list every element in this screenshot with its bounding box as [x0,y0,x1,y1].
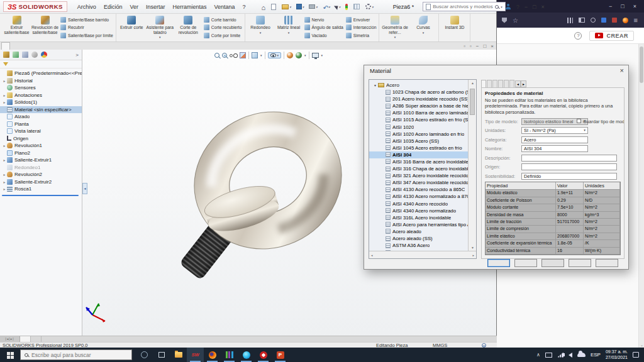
material-list-item[interactable]: AISI 4340 Acero recocido [369,200,468,207]
ribbon-button[interactable]: Asistente para taladro▾ [146,14,174,41]
description-input[interactable] [521,155,617,162]
tree-horizontal-scrollbar[interactable]: ◂ ▸ [369,251,476,258]
material-list-item[interactable]: 201 Acero inoxidable recocido (SS) [369,96,468,102]
ribbon-button-small[interactable]: Recubrir [60,25,113,30]
ribbon-button-small[interactable]: Ángulo de salida [304,25,343,30]
material-list-item[interactable]: A286 Súper aleación a base de hierr [369,102,468,109]
displaymanager-tab-icon[interactable] [41,52,47,58]
menu-item[interactable]: Edición [100,2,126,12]
dialog-tab[interactable] [509,80,514,87]
maximize-button[interactable]: □ [533,4,536,10]
ribbon-button[interactable]: Instant 3D [440,14,469,41]
options-icon[interactable] [343,3,350,11]
help-icon[interactable]: ? [574,32,582,40]
ribbon-tab[interactable] [28,42,36,50]
material-list-item[interactable]: AISI 316 Barra de acero inoxidable r [369,158,468,165]
apply-scene-icon[interactable] [296,52,302,58]
ribbon-tab[interactable] [10,42,19,50]
ribbon-button-small[interactable]: Simetría [346,33,377,38]
panel-splitter-arrow[interactable]: ◂ [82,183,87,194]
ribbon-button[interactable]: Extruir saliente/base [3,14,31,41]
menu-item[interactable]: Archivo [74,2,100,12]
scroll-up-icon[interactable]: ▲ [469,81,477,85]
scroll-down-icon[interactable]: ▼ [469,246,477,250]
help-menu[interactable]: ? [516,4,519,10]
firefox-badge-icon[interactable] [623,18,628,23]
doc-restore-button[interactable]: □ [483,43,486,49]
material-list-item[interactable]: ASTM A36 Acero [369,242,468,249]
task-view-button[interactable] [153,348,170,362]
tree-vertical-scrollbar[interactable]: ▲ ▼ [468,80,476,251]
material-list-item[interactable]: Acero aleado [369,228,468,235]
hamburger-menu-icon[interactable]: ≡ [634,16,638,24]
clock[interactable]: 09:37 a. m. 27/03/2021 [606,349,628,361]
ribbon-button-small[interactable]: Envolver [346,17,377,23]
dialog-close-button[interactable]: × [620,67,624,74]
table-row[interactable]: Coeficiente de expansión térmica 1.8e-05… [486,240,620,247]
tree-item-revolucion1[interactable]: ▸ Revolución1 [0,142,82,150]
table-row[interactable]: Módulo elástico 1.9e+11 N/m^2 [486,190,620,197]
print-icon[interactable]: ▾ [307,3,319,10]
ribbon-button-small[interactable]: Corte barrido [204,17,242,23]
table-row[interactable]: Límite de compresión N/m^2 [486,226,620,233]
section-view-icon[interactable] [240,52,246,58]
ribbon-tab[interactable] [1,42,10,50]
taskbar-search[interactable] [20,349,132,360]
undo-icon[interactable]: ▾ [321,0,332,14]
doc-close-button[interactable]: × [491,43,494,49]
expand-arrow-icon[interactable]: ▸ [2,180,7,184]
units-dropdown[interactable]: SI - N/m^2 (Pa)▾ [521,127,588,134]
account-icon[interactable] [591,18,596,23]
tree-item-anotaciones[interactable]: ▸ Anotaciones [0,92,82,99]
select-icon[interactable]: ▾ [333,3,343,11]
display-tray-icon[interactable] [545,353,552,358]
material-list-item[interactable]: AISI 4130 Acero recocido a 865C [369,186,468,193]
tray-chevron-icon[interactable]: ∧ [536,352,540,358]
category-input[interactable]: Acero [521,136,588,143]
menu-item[interactable]: Ventana [210,2,238,12]
tab-scroll-left-icon[interactable]: ◂ [515,80,521,87]
dialog-tab[interactable] [481,80,486,87]
ribbon-button-small[interactable]: Saliente/Base por límite [60,33,113,38]
sustainability-input[interactable]: Definido [521,173,617,180]
search-caret-icon[interactable]: ▾ [501,5,502,9]
expand-arrow-icon[interactable]: ▸ [2,158,7,162]
globe-icon[interactable] [482,343,486,348]
library-icon[interactable] [567,18,573,23]
cerrar-button[interactable] [514,259,537,267]
material-list-item[interactable]: AISI 304 [369,151,468,158]
scroll-down-arrow[interactable]: ⌄ [639,343,644,347]
tree-item-saliente-extruir2[interactable]: ▸ Saliente-Extruir2 [0,178,82,186]
ribbon-button-small[interactable]: Saliente/Base barrido [60,17,113,23]
guardar-button[interactable] [541,259,564,267]
scroll-right-icon[interactable]: ▸ [472,253,474,257]
user-account-icon[interactable] [506,4,511,9]
browser-minimize-button[interactable]: − [609,3,612,9]
doc-pane-icon[interactable]: ▫ [464,43,465,49]
material-list-item[interactable]: AISI 347 Acero inoxidable recocido ( [369,179,468,186]
new-document-icon[interactable] [269,3,279,11]
view-settings-icon[interactable] [312,53,319,58]
start-button[interactable] [0,348,20,362]
previous-view-icon[interactable] [230,54,233,57]
material-category[interactable]: ▾ Acero [369,81,468,89]
close-button[interactable]: × [541,4,544,10]
material-list-item[interactable]: AISI 321 Acero inoxidable recocido ( [369,172,468,179]
doc-pane2-icon[interactable]: ▫ [470,43,472,49]
recorder-taskbar-button[interactable] [255,348,272,362]
ribbon-button-small[interactable]: Nervio [304,17,343,23]
volume-tray-icon[interactable] [569,353,572,358]
tree-item-revolucion2[interactable]: ▸ Revolución2 [0,171,82,178]
edge-taskbar-button[interactable] [238,348,255,362]
display-style-icon[interactable] [252,52,258,58]
tracking-shield-icon[interactable] [502,18,507,23]
pin-icon[interactable] [250,5,254,9]
language-indicator[interactable]: ESP [591,352,601,358]
bookmark-star-icon[interactable]: ☆ [513,17,518,24]
configurationmanager-tab-icon[interactable] [22,52,28,58]
create-button[interactable]: CREAR [589,31,634,41]
tree-item-historial[interactable]: ▸ Historial [0,77,82,85]
propertymanager-tab-icon[interactable] [13,52,19,58]
display-pane-icon[interactable] [352,3,362,11]
save-icon[interactable]: ▾ [294,3,306,11]
